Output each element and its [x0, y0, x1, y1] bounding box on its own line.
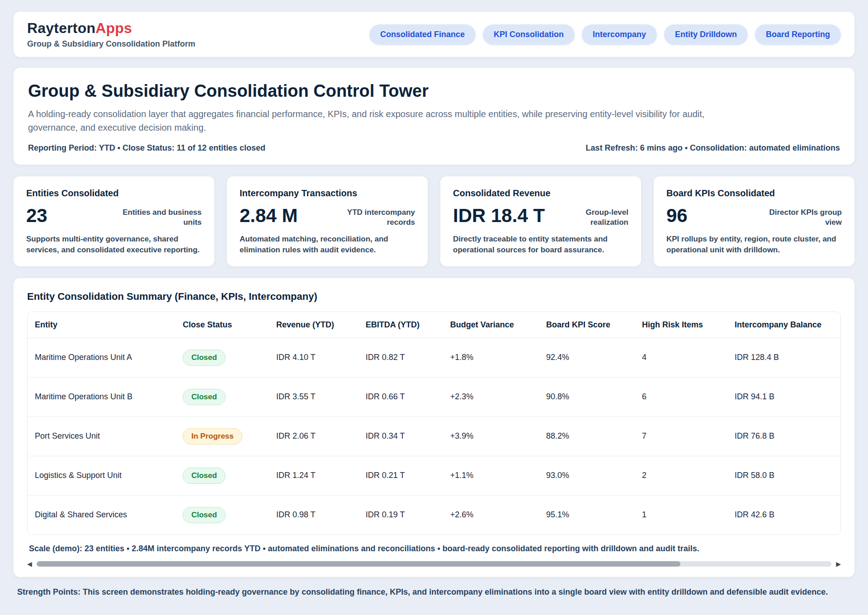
- cell-intercompany-balance: IDR 128.4 B: [727, 338, 840, 377]
- column-header-kpi-score: Board KPI Score: [539, 312, 635, 338]
- stat-card-intercompany-transactions: Intercompany Transactions 2.84 M YTD int…: [227, 176, 428, 266]
- cell-ebitda: IDR 0.19 T: [359, 495, 443, 535]
- horizontal-scrollbar: ◀ ▶: [27, 561, 841, 567]
- hero-section: Group & Subsidiary Consolidation Control…: [14, 68, 854, 165]
- cell-budget-variance: +3.9%: [443, 416, 539, 456]
- cell-budget-variance: +2.6%: [443, 495, 539, 535]
- cell-ebitda: IDR 0.34 T: [359, 416, 443, 456]
- stat-description: Automated matching, reconciliation, and …: [240, 234, 415, 255]
- stat-value-row: 2.84 M YTD intercompany records: [240, 206, 415, 227]
- scroll-left-icon[interactable]: ◀: [27, 561, 32, 567]
- stat-card-board-kpis: Board KPIs Consolidated 96 Director KPIs…: [654, 176, 854, 266]
- entity-summary-table-container: Entity Close Status Revenue (YTD) EBITDA…: [27, 312, 841, 535]
- brand-tagline: Group & Subsidiary Consolidation Platfor…: [27, 39, 195, 49]
- column-header-high-risk: High Risk Items: [635, 312, 727, 338]
- stat-value: IDR 18.4 T: [453, 206, 545, 226]
- stat-unit-label: YTD intercompany records: [334, 206, 415, 227]
- nav-item-intercompany[interactable]: Intercompany: [582, 24, 657, 45]
- brand-name-accent: Apps: [95, 20, 132, 36]
- table-row[interactable]: Digital & Shared Services Closed IDR 0.9…: [28, 495, 840, 535]
- cell-high-risk: 7: [635, 416, 727, 456]
- scrollbar-track[interactable]: [37, 561, 831, 567]
- table-row[interactable]: Maritime Operations Unit A Closed IDR 4.…: [28, 338, 840, 377]
- cell-revenue: IDR 0.98 T: [269, 495, 359, 535]
- stat-card-consolidated-revenue: Consolidated Revenue IDR 18.4 T Group-le…: [440, 176, 641, 266]
- cell-ebitda: IDR 0.21 T: [359, 456, 443, 495]
- column-header-ebitda: EBITDA (YTD): [359, 312, 443, 338]
- stat-description: KPI rollups by entity, region, route clu…: [666, 234, 842, 255]
- column-header-revenue: Revenue (YTD): [269, 312, 359, 338]
- stat-title: Board KPIs Consolidated: [666, 188, 842, 199]
- nav-item-board-reporting[interactable]: Board Reporting: [755, 24, 841, 45]
- table-row[interactable]: Maritime Operations Unit B Closed IDR 3.…: [28, 377, 840, 416]
- cell-high-risk: 6: [635, 377, 727, 416]
- cell-revenue: IDR 3.55 T: [269, 377, 359, 416]
- cell-entity: Maritime Operations Unit A: [28, 338, 175, 377]
- cell-intercompany-balance: IDR 42.6 B: [727, 495, 840, 535]
- scroll-right-icon[interactable]: ▶: [836, 561, 841, 567]
- last-refresh-status: Last Refresh: 6 mins ago • Consolidation…: [586, 143, 840, 153]
- cell-revenue: IDR 1.24 T: [269, 456, 359, 495]
- stat-description: Supports multi-entity governance, shared…: [26, 234, 202, 255]
- hero-meta-row: Reporting Period: YTD • Close Status: 11…: [28, 143, 840, 153]
- strength-points-note: Strength Points: This screen demonstrate…: [17, 586, 851, 598]
- column-header-budget-variance: Budget Variance: [443, 312, 539, 338]
- nav-item-consolidated-finance[interactable]: Consolidated Finance: [369, 24, 476, 45]
- page-title: Group & Subsidiary Consolidation Control…: [28, 81, 840, 101]
- table-row[interactable]: Logistics & Support Unit Closed IDR 1.24…: [28, 456, 840, 495]
- nav-item-entity-drilldown[interactable]: Entity Drilldown: [664, 24, 748, 45]
- stat-value: 96: [666, 206, 688, 226]
- cell-kpi-score: 88.2%: [539, 416, 635, 456]
- cell-budget-variance: +1.1%: [443, 456, 539, 495]
- table-row[interactable]: Port Services Unit In Progress IDR 2.06 …: [28, 416, 840, 456]
- column-header-intercompany-balance: Intercompany Balance: [727, 312, 840, 338]
- page-footer: Rayterton Apps Software | Enterprise Sof…: [14, 612, 854, 615]
- cell-high-risk: 4: [635, 338, 727, 377]
- primary-nav: Consolidated Finance KPI Consolidation I…: [369, 24, 841, 45]
- cell-kpi-score: 93.0%: [539, 456, 635, 495]
- scale-footnote: Scale (demo): 23 entities • 2.84M interc…: [27, 535, 841, 557]
- stat-value-row: IDR 18.4 T Group-level realization: [453, 206, 628, 227]
- cell-high-risk: 1: [635, 495, 727, 535]
- table-title: Entity Consolidation Summary (Finance, K…: [27, 291, 841, 303]
- stat-value-row: 96 Director KPIs group view: [666, 206, 842, 227]
- stat-value: 2.84 M: [240, 206, 297, 226]
- close-status-badge: Closed: [183, 350, 226, 366]
- cell-entity: Digital & Shared Services: [28, 495, 175, 535]
- cell-intercompany-balance: IDR 58.0 B: [727, 456, 840, 495]
- cell-budget-variance: +2.3%: [443, 377, 539, 416]
- stat-card-entities-consolidated: Entities Consolidated 23 Entities and bu…: [14, 176, 214, 266]
- cell-intercompany-balance: IDR 94.1 B: [727, 377, 840, 416]
- stat-description: Directly traceable to entity statements …: [453, 234, 628, 255]
- nav-item-kpi-consolidation[interactable]: KPI Consolidation: [483, 24, 575, 45]
- stats-row: Entities Consolidated 23 Entities and bu…: [14, 176, 854, 266]
- stat-title: Intercompany Transactions: [240, 188, 415, 199]
- brand-logo: RaytertonApps: [27, 20, 195, 37]
- close-status-badge: Closed: [183, 389, 226, 405]
- close-status-badge: In Progress: [183, 428, 242, 445]
- column-header-entity: Entity: [28, 312, 175, 338]
- cell-entity: Port Services Unit: [28, 416, 175, 456]
- close-status-badge: Closed: [183, 507, 226, 523]
- stat-unit-label: Director KPIs group view: [760, 206, 842, 227]
- close-status-badge: Closed: [183, 468, 226, 484]
- cell-revenue: IDR 2.06 T: [269, 416, 359, 456]
- brand-block: RaytertonApps Group & Subsidiary Consoli…: [27, 20, 195, 49]
- entity-summary-section: Entity Consolidation Summary (Finance, K…: [14, 278, 854, 577]
- scrollbar-thumb[interactable]: [37, 561, 680, 567]
- cell-kpi-score: 90.8%: [539, 377, 635, 416]
- stat-value-row: 23 Entities and business units: [26, 206, 202, 227]
- brand-name-primary: Rayterton: [27, 20, 95, 36]
- cell-intercompany-balance: IDR 76.8 B: [727, 416, 840, 456]
- cell-kpi-score: 95.1%: [539, 495, 635, 535]
- cell-entity: Maritime Operations Unit B: [28, 377, 175, 416]
- table-header-row: Entity Close Status Revenue (YTD) EBITDA…: [28, 312, 840, 338]
- stat-unit-label: Group-level realization: [547, 206, 628, 227]
- reporting-period-status: Reporting Period: YTD • Close Status: 11…: [28, 143, 265, 153]
- cell-ebitda: IDR 0.82 T: [359, 338, 443, 377]
- stat-title: Entities Consolidated: [26, 188, 202, 199]
- cell-entity: Logistics & Support Unit: [28, 456, 175, 495]
- entity-summary-table: Entity Close Status Revenue (YTD) EBITDA…: [28, 312, 840, 535]
- app-header: RaytertonApps Group & Subsidiary Consoli…: [14, 12, 854, 57]
- cell-kpi-score: 92.4%: [539, 338, 635, 377]
